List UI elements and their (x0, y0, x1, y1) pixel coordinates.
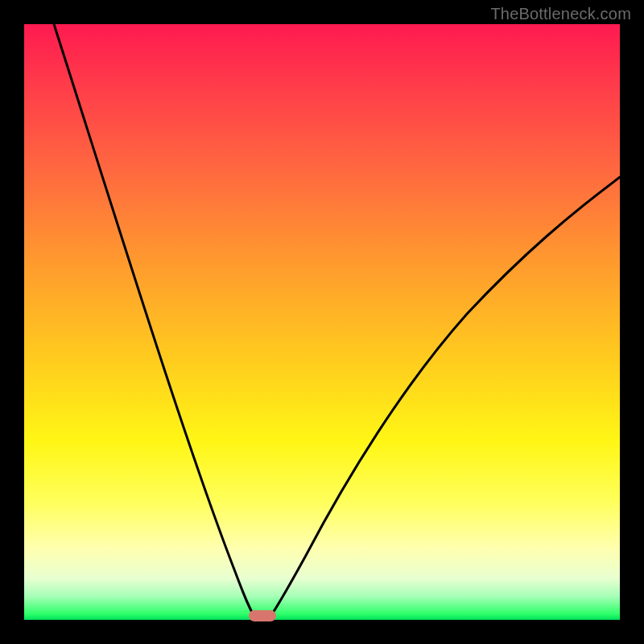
plot-area (24, 24, 620, 620)
watermark-label: TheBottleneck.com (490, 5, 631, 23)
curve-right-branch (268, 177, 620, 620)
bottleneck-curve (24, 24, 620, 620)
curve-left-branch (54, 24, 257, 620)
min-point-marker (249, 610, 276, 621)
chart-frame: TheBottleneck.com (0, 0, 644, 644)
